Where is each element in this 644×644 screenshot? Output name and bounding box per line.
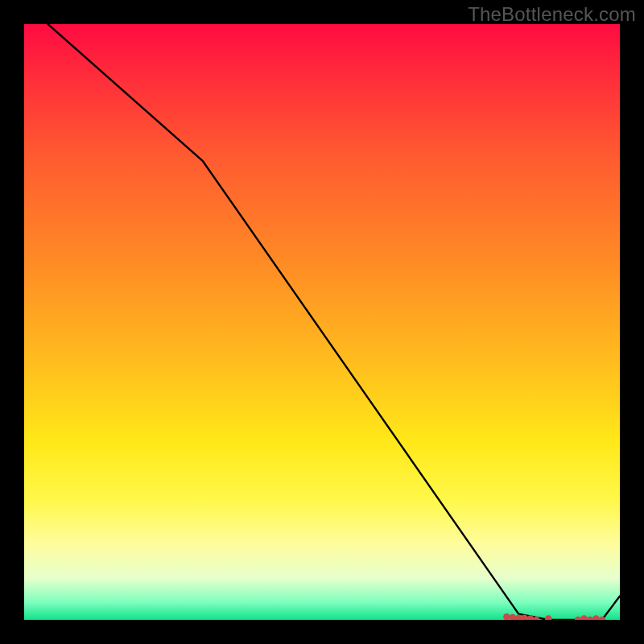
watermark-text: TheBottleneck.com <box>468 3 636 26</box>
marker-dot <box>592 615 600 620</box>
marker-dot <box>503 613 510 620</box>
marker-dot <box>580 615 588 620</box>
marker-dot <box>510 614 517 620</box>
plot-area <box>24 24 620 620</box>
chart-svg <box>24 24 620 620</box>
chart-frame: TheBottleneck.com <box>0 0 644 644</box>
marker-dot <box>575 617 582 620</box>
marker-dot <box>515 614 522 620</box>
marker-dot <box>587 617 594 620</box>
marker-dot <box>545 615 552 620</box>
chart-line <box>48 24 620 620</box>
